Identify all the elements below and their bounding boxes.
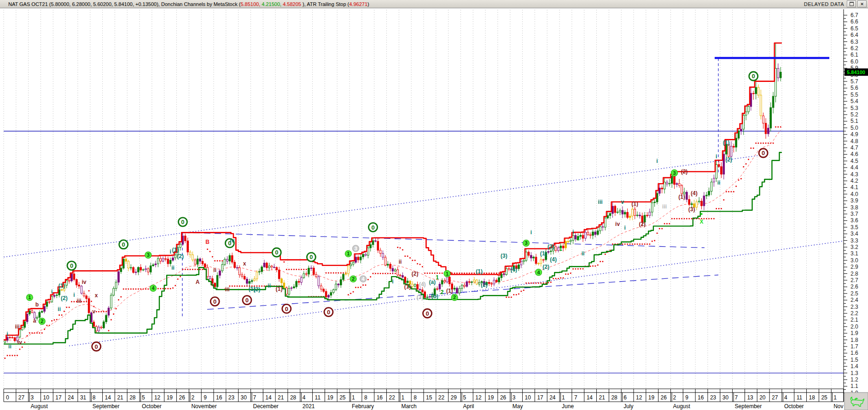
svg-text:ii: ii <box>582 250 585 257</box>
svg-text:(2): (2) <box>639 221 646 227</box>
svg-text:2.1: 2.1 <box>851 317 858 323</box>
svg-text:August: August <box>31 403 48 410</box>
svg-text:2: 2 <box>441 289 444 295</box>
svg-text:19: 19 <box>648 394 655 401</box>
svg-text:3.4: 3.4 <box>851 231 858 237</box>
svg-text:(4): (4) <box>419 281 426 288</box>
svg-text:0: 0 <box>181 219 184 225</box>
svg-text:(2): (2) <box>542 264 549 270</box>
svg-text:(3): (3) <box>688 206 695 213</box>
delayed-data-label: DELAYED DATA <box>804 1 844 7</box>
svg-text:23: 23 <box>710 394 717 401</box>
svg-text:(b): (b) <box>431 293 438 300</box>
title-segment: ) <box>367 1 369 7</box>
svg-text:17: 17 <box>537 394 543 401</box>
svg-text:4.0: 4.0 <box>851 191 858 197</box>
svg-text:12: 12 <box>636 394 642 401</box>
svg-text:14: 14 <box>587 394 593 401</box>
svg-text:September: September <box>735 403 762 410</box>
bull-icon <box>845 393 868 410</box>
svg-text:i: i <box>656 158 658 164</box>
svg-text:April: April <box>463 403 474 410</box>
svg-text:3: 3 <box>147 252 150 258</box>
svg-text:(3): (3) <box>417 294 424 300</box>
svg-text:5.7: 5.7 <box>851 78 858 85</box>
svg-text:6.1: 6.1 <box>851 52 858 58</box>
svg-text:2021: 2021 <box>303 403 315 410</box>
restore-icon[interactable] <box>847 0 856 7</box>
svg-text:6.7: 6.7 <box>851 12 858 18</box>
svg-text:(3): (3) <box>501 253 507 259</box>
svg-text:(1): (1) <box>678 194 685 200</box>
title-segment: 4.96271 <box>349 1 367 7</box>
chart-canvas[interactable]: 0000000000000001234121234334iiiiiiivabii… <box>0 8 868 410</box>
close-icon[interactable]: ✕ <box>857 0 867 7</box>
svg-text:16: 16 <box>698 394 704 401</box>
svg-text:4.7: 4.7 <box>851 144 858 151</box>
svg-text:(4): (4) <box>691 190 698 196</box>
svg-text:2.5: 2.5 <box>851 290 858 297</box>
svg-text:August: August <box>673 403 691 410</box>
svg-text:0: 0 <box>327 309 330 316</box>
svg-text:10: 10 <box>43 394 50 401</box>
svg-text:16: 16 <box>377 394 383 401</box>
svg-text:iv: iv <box>82 279 86 285</box>
svg-text:October: October <box>142 403 162 410</box>
svg-text:5.5: 5.5 <box>851 92 858 98</box>
svg-text:(2): (2) <box>481 282 488 288</box>
svg-text:iv: iv <box>230 237 234 244</box>
title-segment: 5.85100, <box>240 1 260 7</box>
svg-text:(2): (2) <box>254 286 261 293</box>
svg-text:iii: iii <box>598 199 603 205</box>
svg-text:28: 28 <box>290 394 297 401</box>
svg-text:3: 3 <box>673 170 676 176</box>
svg-text:b: b <box>35 301 39 308</box>
title-segment: 4.58205 <box>281 1 303 7</box>
svg-text:0: 0 <box>425 310 429 317</box>
svg-text:B: B <box>205 239 210 245</box>
svg-text:4: 4 <box>362 276 365 282</box>
svg-text:i: i <box>212 281 213 288</box>
price-chart[interactable]: 0000000000000001234121234334iiiiiiivabii… <box>0 8 868 410</box>
svg-text:3.2: 3.2 <box>851 244 858 250</box>
svg-text:1: 1 <box>562 394 565 401</box>
svg-text:4.6: 4.6 <box>851 151 858 157</box>
svg-text:2.9: 2.9 <box>851 264 858 270</box>
svg-text:4.4: 4.4 <box>851 164 858 171</box>
svg-text:i: i <box>6 331 8 337</box>
svg-text:1.2: 1.2 <box>851 376 858 383</box>
svg-text:1.4: 1.4 <box>851 363 858 370</box>
svg-text:0: 0 <box>245 297 249 304</box>
svg-text:27: 27 <box>18 394 25 401</box>
svg-text:2: 2 <box>352 276 355 282</box>
svg-text:May: May <box>513 403 523 410</box>
svg-text:0: 0 <box>6 394 9 401</box>
svg-text:1: 1 <box>401 394 404 401</box>
svg-text:19: 19 <box>327 394 333 401</box>
svg-text:i: i <box>51 289 52 295</box>
svg-text:1: 1 <box>347 251 350 256</box>
svg-text:2.6: 2.6 <box>851 283 858 290</box>
svg-text:A: A <box>196 279 200 285</box>
svg-text:19: 19 <box>167 394 173 401</box>
svg-text:3.1: 3.1 <box>851 250 858 257</box>
svg-text:8: 8 <box>414 394 417 401</box>
svg-text:(2): (2) <box>412 271 419 277</box>
svg-text:ii: ii <box>213 267 216 273</box>
svg-text:26: 26 <box>500 394 507 401</box>
title-segment: 4.21500, <box>260 1 281 7</box>
svg-text:1.9: 1.9 <box>851 330 858 336</box>
svg-text:28: 28 <box>611 394 618 401</box>
svg-text:November: November <box>191 403 216 410</box>
svg-text:(1): (1) <box>172 247 179 253</box>
svg-text:(1): (1) <box>723 139 730 146</box>
svg-text:7: 7 <box>253 394 256 401</box>
svg-text:(a): (a) <box>429 279 436 285</box>
svg-text:Nov: Nov <box>833 403 843 410</box>
svg-text:2: 2 <box>41 318 43 324</box>
svg-text:26: 26 <box>179 394 186 401</box>
svg-text:iii: iii <box>77 298 82 304</box>
svg-text:(3): (3) <box>548 243 554 250</box>
svg-text:December: December <box>253 403 279 410</box>
svg-text:5: 5 <box>142 394 145 401</box>
